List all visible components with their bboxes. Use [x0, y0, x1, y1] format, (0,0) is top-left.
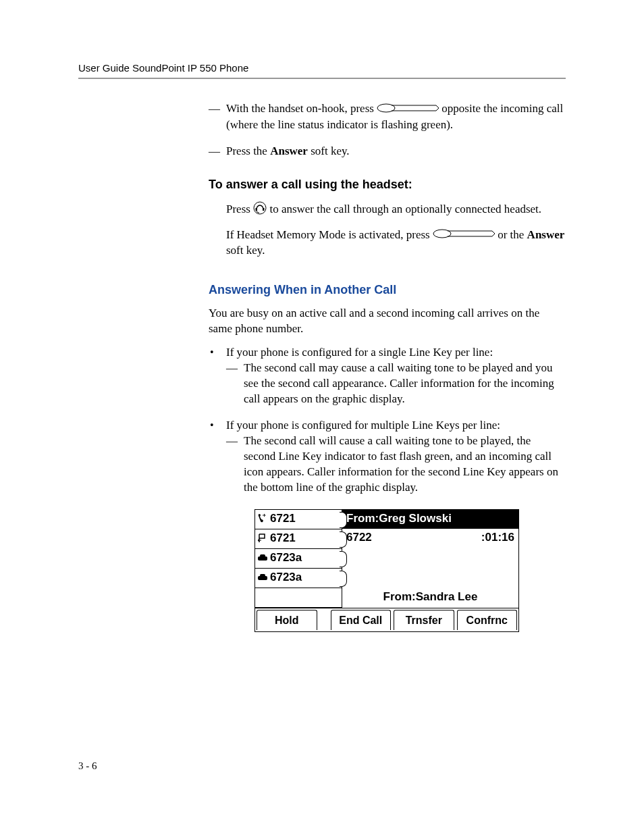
active-number: 6722	[346, 530, 372, 546]
softkey-confrnc: Confrnc	[457, 610, 518, 631]
bullet-list: If your phone is configured for a single…	[209, 345, 565, 495]
line-key-3: 6723a	[255, 549, 342, 569]
line-tab	[340, 551, 347, 567]
line-tab	[340, 512, 347, 528]
text: Press the	[226, 145, 270, 157]
handset-active-icon	[257, 513, 268, 524]
text: soft key.	[226, 244, 265, 257]
phone-display-figure: 6721 6721	[254, 509, 519, 633]
header-rule	[78, 78, 566, 79]
text: Press	[226, 203, 253, 215]
headset-icon	[253, 201, 267, 219]
text: The second call may cause a call waiting…	[244, 361, 554, 405]
sub-list: The second call will cause a call waitin…	[226, 434, 565, 496]
line-key-4: 6723a	[255, 569, 342, 588]
svg-rect-6	[260, 554, 265, 557]
softkey-transfer: Trnsfer	[394, 610, 454, 631]
text-bold: Answer	[527, 228, 565, 241]
heading-another-call: Answering When in Another Call	[209, 282, 565, 298]
heading-headset: To answer a call using the headset:	[209, 176, 565, 192]
text-bold: Answer	[270, 145, 308, 157]
text: If Headset Memory Mode is activated, pre…	[226, 228, 433, 241]
incoming-call-icon	[257, 533, 268, 544]
text: The second call will cause a call waitin…	[244, 434, 558, 494]
line-key-2: 6721	[255, 529, 342, 549]
list-item: The second call will cause a call waitin…	[226, 434, 565, 496]
list-item: Press the Answer soft key.	[209, 144, 565, 159]
svg-rect-3	[263, 208, 265, 211]
list-item: The second call may cause a call waiting…	[226, 361, 565, 407]
main-display-area: From:Greg Slowski 6722 :01:16 From:Sandr…	[342, 510, 518, 608]
line-keys-column: 6721 6721	[255, 510, 342, 608]
line-key-icon	[433, 228, 495, 243]
page-header: User Guide SoundPoint IP 550 Phone	[78, 62, 248, 74]
list-item: If your phone is configured for a single…	[209, 345, 565, 407]
line-key-icon	[377, 102, 439, 118]
paragraph: If Headset Memory Mode is activated, pre…	[226, 228, 565, 259]
line-tab	[340, 571, 347, 587]
phone-idle-icon	[257, 572, 268, 583]
text: With the handset on-hook, press	[226, 102, 377, 115]
text: or the	[498, 228, 527, 241]
text: If your phone is configured for a single…	[226, 346, 493, 359]
phone-idle-icon	[257, 552, 268, 563]
caller-from-1: From:Greg Slowski	[342, 510, 518, 529]
line-key-1: 6721	[255, 510, 342, 529]
dash-list-1: With the handset on-hook, press opposite…	[209, 101, 565, 159]
call-timer: :01:16	[481, 530, 514, 546]
text: to answer the call through an optionally…	[269, 203, 541, 215]
svg-rect-8	[260, 574, 265, 577]
svg-rect-2	[256, 208, 258, 211]
line-label: 6723a	[270, 570, 302, 585]
text: If your phone is configured for multiple…	[226, 419, 500, 432]
softkey-endcall: End Call	[331, 610, 392, 631]
line-label: 6723a	[270, 550, 302, 566]
line-label: 6721	[270, 531, 296, 546]
list-item: If your phone is configured for multiple…	[209, 418, 565, 496]
sub-list: The second call may cause a call waiting…	[226, 361, 565, 407]
line-tab	[340, 531, 347, 548]
paragraph: Press to answer the call through an opti…	[226, 201, 565, 219]
page-number: 3 - 6	[78, 760, 97, 772]
softkey-hold: Hold	[257, 610, 317, 631]
caller-from-2: From:Sandra Lee	[342, 585, 518, 606]
line-label: 6721	[270, 511, 296, 527]
text: soft key.	[308, 145, 350, 157]
softkey-row: Hold End Call Trnsfer Confrnc	[255, 608, 518, 632]
list-item: With the handset on-hook, press opposite…	[209, 101, 565, 133]
paragraph: You are busy on an active call and a sec…	[209, 306, 565, 337]
